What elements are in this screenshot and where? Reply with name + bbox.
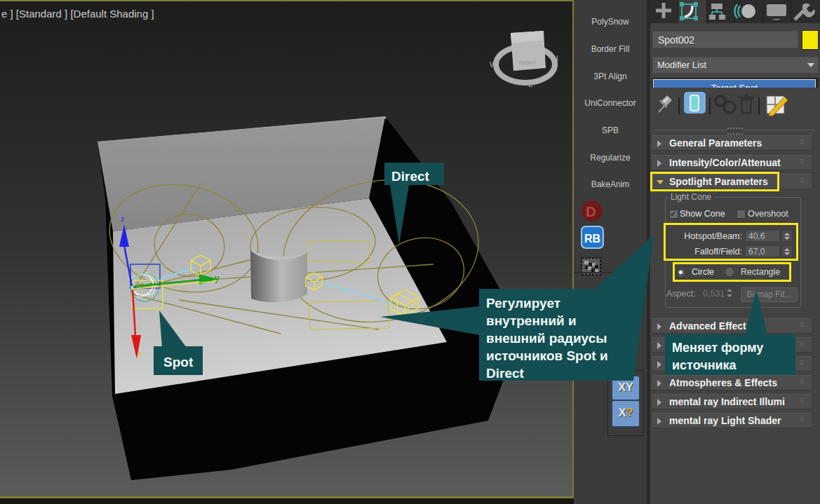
svg-text:Direct: Direct <box>486 366 525 381</box>
svg-text:внутренний и: внутренний и <box>486 313 577 328</box>
svg-text:источника: источника <box>672 358 737 372</box>
svg-text:Direct: Direct <box>391 169 430 184</box>
svg-text:Регулирует: Регулирует <box>486 296 560 311</box>
svg-text:Меняет форму: Меняет форму <box>672 341 763 355</box>
svg-text:внешний радиусы: внешний радиусы <box>486 331 607 346</box>
svg-text:источников Spot и: источников Spot и <box>486 348 608 363</box>
svg-text:Spot: Spot <box>163 355 194 369</box>
